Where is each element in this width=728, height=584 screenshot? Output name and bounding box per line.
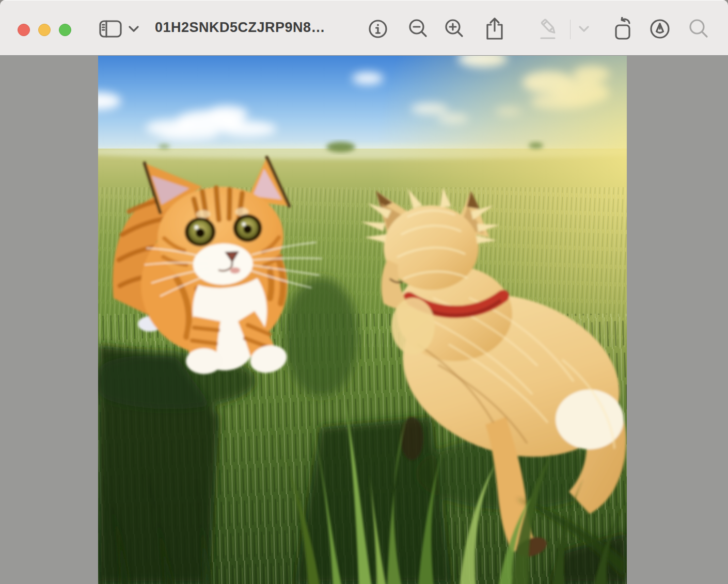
sidebar-icon <box>99 20 122 38</box>
preview-window: 01H2SNKD5CZJRP9N8… <box>0 0 728 584</box>
rotate-left-button[interactable] <box>612 15 635 42</box>
info-button[interactable] <box>367 15 389 42</box>
magnifier-plus-icon <box>444 19 465 39</box>
chevron-down-icon <box>579 26 589 32</box>
markup-button[interactable] <box>648 15 671 42</box>
zoom-in-button[interactable] <box>443 15 466 42</box>
window-title: 01H2SNKD5CZJRP9N8… <box>155 0 325 55</box>
search-icon <box>688 18 709 40</box>
toolbar: 01H2SNKD5CZJRP9N8… <box>0 0 728 56</box>
document-area <box>0 56 728 584</box>
chevron-down-icon <box>129 26 139 32</box>
annotate-chevron-button[interactable] <box>575 15 593 42</box>
info-icon <box>368 19 388 39</box>
zoom-window-button[interactable] <box>59 24 71 36</box>
image-canvas[interactable] <box>98 56 627 584</box>
kitten-puppy-image <box>98 56 627 584</box>
sidebar-toggle-button[interactable] <box>99 15 122 42</box>
zoom-out-button[interactable] <box>407 15 430 42</box>
pencil-icon <box>538 17 561 41</box>
sidebar-chevron-button[interactable] <box>126 15 141 42</box>
search-button[interactable] <box>687 15 710 42</box>
magnifier-minus-icon <box>408 19 429 39</box>
rotate-left-icon <box>612 17 635 41</box>
pen-circle-icon <box>648 18 671 40</box>
toolbar-divider <box>570 20 571 39</box>
annotate-pencil-button[interactable] <box>538 15 561 42</box>
share-button[interactable] <box>483 15 506 42</box>
share-icon <box>484 17 505 41</box>
minimize-button[interactable] <box>38 24 51 36</box>
close-button[interactable] <box>18 24 30 36</box>
